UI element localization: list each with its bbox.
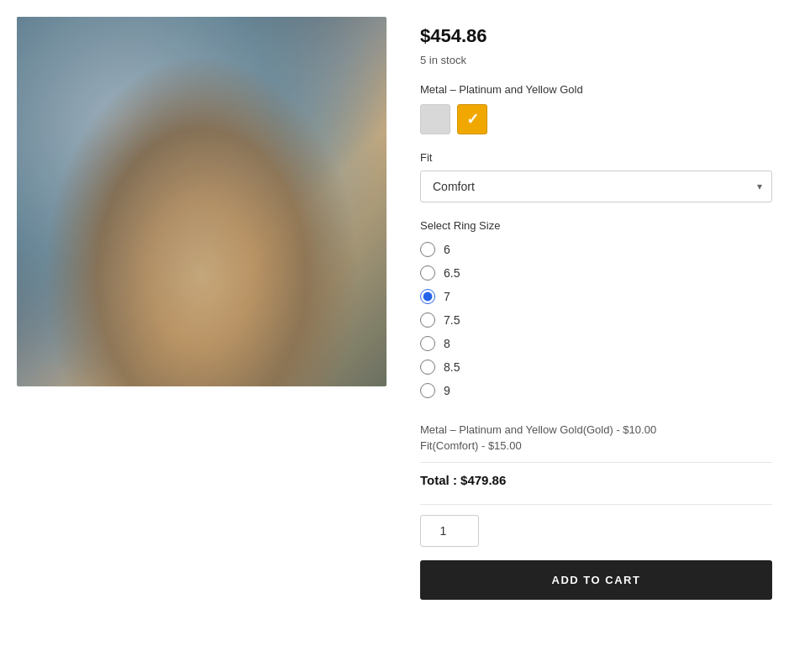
page-container: $454.86 5 in stock Metal – Platinum and … [0,0,789,617]
checkmark-icon: ✓ [466,110,479,129]
ring-size-option-7[interactable]: 7 [420,289,772,304]
ring-size-radio-8.5[interactable] [420,360,435,375]
ring-size-label: Select Ring Size [420,219,772,232]
ring-size-option-8.5[interactable]: 8.5 [420,360,772,375]
metal-swatch-platinum[interactable] [420,104,450,134]
ring-size-radio-7[interactable] [420,289,435,304]
divider-1 [420,462,772,463]
metal-options-section: Metal – Platinum and Yellow Gold ✓ [420,83,772,134]
ring-size-option-7.5[interactable]: 7.5 [420,312,772,328]
fit-select-wrapper: Comfort Standard ▾ [420,171,772,202]
ring-size-option-6.5[interactable]: 6.5 [420,265,772,281]
pricing-details: Metal – Platinum and Yellow Gold(Gold) -… [420,415,772,452]
pricing-line-1: Metal – Platinum and Yellow Gold(Gold) -… [420,423,772,436]
ring-size-options: 6 6.5 7 7.5 8 [420,242,772,398]
ring-size-label-8.5: 8.5 [444,360,460,374]
fit-label: Fit [420,151,772,164]
product-image [17,17,387,386]
ring-size-label-6.5: 6.5 [444,266,460,280]
product-price: $454.86 [420,25,772,47]
product-details-section: $454.86 5 in stock Metal – Platinum and … [420,17,772,600]
ring-size-option-8[interactable]: 8 [420,336,772,351]
ring-size-radio-8[interactable] [420,336,435,351]
fit-select[interactable]: Comfort Standard [420,171,772,202]
stock-info: 5 in stock [420,54,772,66]
ring-size-section: Select Ring Size 6 6.5 7 7.5 [420,219,772,398]
ring-size-label-8: 8 [444,337,450,350]
quantity-input[interactable] [420,515,479,547]
ring-size-radio-9[interactable] [420,383,435,398]
ring-size-radio-7.5[interactable] [420,312,435,328]
divider-2 [420,504,772,505]
ring-size-radio-6.5[interactable] [420,265,435,281]
metal-section-label: Metal – Platinum and Yellow Gold [420,83,772,96]
product-image-section [17,17,387,386]
ring-size-label-6: 6 [444,243,450,256]
ring-size-radio-6[interactable] [420,242,435,257]
ring-size-label-7.5: 7.5 [444,313,460,327]
ring-size-label-9: 9 [444,384,450,397]
fit-section: Fit Comfort Standard ▾ [420,151,772,202]
total-section: Total : $479.86 [420,473,772,487]
ring-size-option-9[interactable]: 9 [420,383,772,398]
quantity-section [420,515,772,547]
add-to-cart-button[interactable]: ADD TO CART [420,560,772,600]
metal-swatches: ✓ [420,104,772,134]
pricing-line-2: Fit(Comfort) - $15.00 [420,439,772,452]
ring-size-option-6[interactable]: 6 [420,242,772,257]
ring-size-label-7: 7 [444,290,450,303]
metal-swatch-gold[interactable]: ✓ [457,104,487,134]
total-price: Total : $479.86 [420,473,506,487]
